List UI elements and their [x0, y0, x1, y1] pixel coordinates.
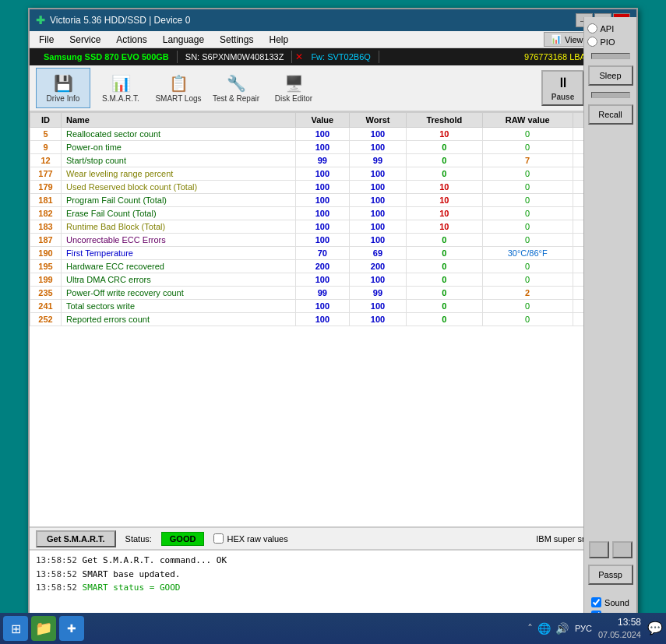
- table-row: Power-on time: [62, 141, 296, 154]
- content-area: ID Name Value Worst Treshold RAW value H…: [30, 112, 636, 616]
- table-row: Reallocated sector count: [62, 128, 296, 141]
- victoria-icon: ✚: [67, 622, 76, 635]
- pause-button[interactable]: ⏸ Pause: [541, 70, 584, 106]
- table-row-id: 183: [30, 220, 62, 234]
- window-title: Victoria 5.36 HDD/SSD | Device 0: [50, 15, 190, 26]
- table-row: Erase Fail Count (Total): [62, 207, 296, 220]
- table-row-id: 235: [30, 287, 62, 300]
- sound-checkbox[interactable]: [591, 597, 601, 607]
- table-row-id: 195: [30, 260, 62, 273]
- start-button[interactable]: ⊞: [3, 616, 28, 641]
- table-row: First Temperature: [62, 247, 296, 260]
- pause-icon: ⏸: [556, 75, 570, 91]
- table-row: Program Fail Count (Total): [62, 194, 296, 207]
- main-window: ✚ Victoria 5.36 HDD/SSD | Device 0 — ☐ ✕…: [28, 8, 638, 618]
- smart-icon: 📊: [111, 74, 131, 93]
- col-threshold: Treshold: [406, 113, 482, 128]
- taskbar: ⊞ 📁 ✚ ˄ 🌐 🔊 РУС 13:58 07.05.2024 💬: [0, 613, 666, 644]
- taskbar-app-1[interactable]: 📁: [31, 616, 56, 641]
- disk-editor-button[interactable]: 🖥️ Disk Editor: [266, 68, 321, 108]
- table-row: Ultra DMA CRC errors: [62, 273, 296, 287]
- notification-icon[interactable]: 💬: [647, 621, 663, 635]
- test-repair-icon: 🔧: [227, 74, 246, 93]
- table-row: Power-Off write recovery count: [62, 287, 296, 300]
- status-bar: Get S.M.A.R.T. Status: GOOD HEX raw valu…: [30, 526, 636, 550]
- passp-button[interactable]: Passp: [588, 565, 633, 585]
- app-icon: ✚: [36, 14, 45, 26]
- menu-file[interactable]: File: [33, 33, 60, 47]
- table-row-id: 179: [30, 181, 62, 194]
- table-row-id: 241: [30, 300, 62, 313]
- taskbar-right: ˄ 🌐 🔊 РУС 13:58 07.05.2024 💬: [527, 617, 663, 640]
- table-row-id: 5: [30, 128, 62, 141]
- smart-button[interactable]: 📊 S.M.A.R.T.: [93, 68, 148, 108]
- table-row: Uncorrectable ECC Errors: [62, 234, 296, 247]
- dismiss-icon[interactable]: ✕: [295, 51, 303, 62]
- table-row-id: 12: [30, 154, 62, 167]
- smart-logs-icon: 📋: [169, 74, 189, 93]
- menu-actions[interactable]: Actions: [110, 33, 153, 47]
- info-bar: Samsung SSD 870 EVO 500GB SN: S6PXNM0W40…: [30, 48, 636, 65]
- clock[interactable]: 13:58 07.05.2024: [598, 617, 641, 640]
- table-row-id: 9: [30, 141, 62, 154]
- table-row-id: 182: [30, 207, 62, 220]
- speaker-icon[interactable]: 🔊: [555, 622, 569, 635]
- col-value: Value: [295, 113, 349, 128]
- test-repair-button[interactable]: 🔧 Test & Repair: [209, 68, 263, 108]
- language-indicator[interactable]: РУС: [575, 624, 592, 633]
- time-display: 13:58: [598, 617, 641, 629]
- table-row: Reported errors count: [62, 313, 296, 326]
- table-row-id: 181: [30, 194, 62, 207]
- hex-checkbox[interactable]: [213, 533, 224, 544]
- taskbar-app-2[interactable]: ✚: [59, 616, 84, 641]
- menu-service[interactable]: Service: [63, 33, 107, 47]
- menu-bar: File Service Actions Language Settings H…: [30, 31, 636, 48]
- folder-icon: 📁: [35, 620, 52, 637]
- drive-name: Samsung SSD 870 EVO 500GB: [36, 51, 178, 63]
- table-row-id: 252: [30, 313, 62, 326]
- toolbar: 💾 Drive Info 📊 S.M.A.R.T. 📋 SMART Logs 🔧…: [30, 65, 636, 112]
- windows-icon: ⊞: [11, 621, 21, 636]
- table-row: Wear leveling range percent: [62, 167, 296, 181]
- disk-editor-icon: 🖥️: [284, 74, 304, 93]
- log-line: 13:58:52 SMART base updated.: [36, 568, 630, 582]
- col-worst: Worst: [350, 113, 407, 128]
- smart-logs-button[interactable]: 📋 SMART Logs: [151, 68, 206, 108]
- log-line: 13:58:52 Get S.M.A.R.T. command... OK: [36, 554, 630, 568]
- smart-table-container[interactable]: ID Name Value Worst Treshold RAW value H…: [30, 112, 636, 526]
- table-row: Used Reserved block count (Total): [62, 181, 296, 194]
- sound-label: Sound: [604, 598, 629, 607]
- get-smart-button[interactable]: Get S.M.A.R.T.: [36, 530, 116, 547]
- table-row-id: 187: [30, 234, 62, 247]
- menu-settings[interactable]: Settings: [213, 33, 259, 47]
- small-buttons-group: [589, 541, 633, 558]
- title-bar: ✚ Victoria 5.36 HDD/SSD | Device 0 — ☐ ✕: [30, 9, 636, 31]
- drive-info-button[interactable]: 💾 Drive Info: [36, 68, 90, 108]
- log-line: 13:58:52 SMART status = GOOD: [36, 581, 630, 595]
- hex-checkbox-group: HEX raw values: [213, 533, 287, 544]
- small-btn-2[interactable]: [612, 541, 633, 558]
- table-row: Total sectors write: [62, 300, 296, 313]
- smart-table: ID Name Value Worst Treshold RAW value H…: [30, 112, 636, 326]
- recall-button[interactable]: Recall: [588, 112, 633, 125]
- system-tray: ˄ 🌐 🔊: [527, 622, 569, 635]
- table-row-id: 190: [30, 247, 62, 260]
- menu-language[interactable]: Language: [157, 33, 210, 47]
- window-body: 💾 Drive Info 📊 S.M.A.R.T. 📋 SMART Logs 🔧…: [30, 65, 636, 616]
- status-value: GOOD: [161, 532, 205, 546]
- col-name: Name: [62, 113, 296, 128]
- hex-label: HEX raw values: [227, 534, 287, 544]
- chevron-icon[interactable]: ˄: [527, 622, 533, 635]
- buffer-icon: 📊: [551, 34, 562, 44]
- table-row-id: 177: [30, 167, 62, 181]
- table-row: Start/stop count: [62, 154, 296, 167]
- col-raw: RAW value: [482, 113, 573, 128]
- sound-check-item: Sound: [591, 597, 629, 607]
- firmware: Fw: SVT02B6Q: [303, 51, 379, 63]
- menu-help[interactable]: Help: [263, 33, 294, 47]
- date-display: 07.05.2024: [598, 629, 641, 640]
- log-area: 13:58:52 Get S.M.A.R.T. command... OK13:…: [30, 550, 636, 616]
- main-area: ID Name Value Worst Treshold RAW value H…: [30, 112, 636, 616]
- globe-icon[interactable]: 🌐: [537, 622, 551, 635]
- small-btn-1[interactable]: [589, 541, 609, 558]
